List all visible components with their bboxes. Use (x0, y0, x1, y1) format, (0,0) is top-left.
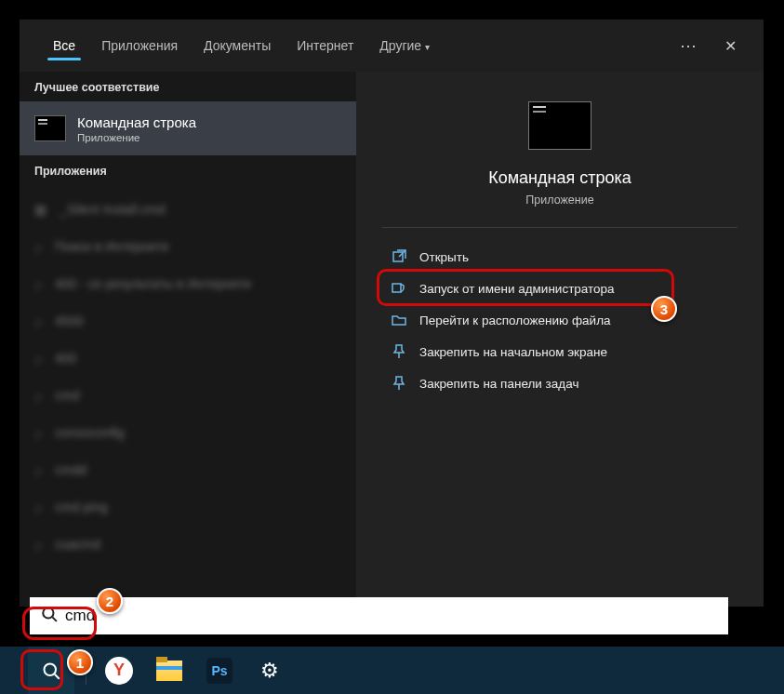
svg-point-2 (43, 607, 53, 618)
action-open[interactable]: Открыть (382, 241, 737, 273)
gear-icon: ⚙ (260, 659, 279, 683)
svg-point-3 (45, 663, 57, 675)
results-panel: Лучшее соответствие Командная строка При… (20, 72, 356, 607)
best-match-header: Лучшее соответствие (20, 72, 356, 101)
action-run-as-admin[interactable]: Запуск от имени администратора (382, 273, 737, 304)
shield-icon (392, 281, 406, 296)
search-icon: ⌕ (34, 388, 42, 403)
apps-header: Приложения (20, 155, 356, 185)
tab-docs[interactable]: Документы (191, 25, 284, 66)
search-icon: ⌕ (34, 314, 42, 328)
tabs-bar: Все Приложения Документы Интернет Другие… (20, 20, 764, 72)
search-icon (41, 606, 58, 626)
file-icon: ▦ (34, 202, 47, 217)
search-icon: ⌕ (34, 239, 42, 254)
annotation-marker-2: 2 (97, 588, 123, 614)
taskbar: Y Ps ⚙ (0, 647, 784, 694)
list-item[interactable]: ⌕consoconfig (20, 414, 356, 451)
dots-icon: ⋯ (680, 37, 698, 54)
cmd-hero-icon (528, 101, 591, 150)
action-pin-taskbar[interactable]: Закрепить на панели задач (382, 367, 737, 399)
list-item[interactable]: ⌕4500 (20, 302, 356, 340)
best-match-title: Командная строка (77, 114, 196, 130)
detail-subtitle: Приложение (525, 194, 593, 207)
tab-apps[interactable]: Приложения (88, 25, 191, 66)
close-button[interactable]: ✕ (710, 25, 751, 66)
tab-all[interactable]: Все (40, 25, 88, 66)
list-item[interactable]: ⌕cmd ping (20, 488, 356, 526)
content-columns: Лучшее соответствие Командная строка При… (20, 72, 764, 607)
taskbar-yandex[interactable]: Y (96, 647, 142, 694)
list-item[interactable]: ⌕cmd (20, 377, 356, 414)
detail-title: Командная строка (488, 168, 631, 188)
search-box[interactable] (30, 597, 728, 634)
best-match-item[interactable]: Командная строка Приложение (20, 101, 356, 155)
search-icon: ⌕ (34, 537, 42, 552)
search-icon: ⌕ (34, 425, 42, 440)
search-icon: ⌕ (34, 500, 42, 514)
close-icon: ✕ (724, 37, 737, 55)
taskbar-search-button[interactable] (28, 647, 74, 694)
list-item[interactable]: ⌕Поиск в Интернете (20, 228, 356, 265)
cmd-icon (34, 115, 66, 141)
folder-icon (392, 313, 406, 327)
taskbar-photoshop[interactable]: Ps (196, 647, 243, 694)
yandex-icon: Y (105, 657, 133, 685)
list-item[interactable]: ▦_Silent Install.cmd (20, 191, 356, 228)
search-icon: ⌕ (34, 351, 42, 366)
tab-other[interactable]: Другие▾ (366, 25, 443, 66)
list-item[interactable]: ⌕400 (20, 340, 356, 377)
list-item[interactable]: ⌕cuacmd (20, 526, 356, 563)
search-input[interactable] (65, 607, 717, 625)
taskbar-explorer[interactable] (146, 647, 193, 694)
svg-rect-1 (392, 284, 401, 292)
taskbar-settings[interactable]: ⚙ (246, 647, 293, 694)
photoshop-icon: Ps (206, 658, 233, 684)
more-button[interactable]: ⋯ (669, 25, 710, 66)
apps-list: ▦_Silent Install.cmd ⌕Поиск в Интернете … (20, 185, 356, 607)
list-item[interactable]: ⌕cmdd (20, 451, 356, 488)
action-pin-start[interactable]: Закрепить на начальном экране (382, 336, 737, 367)
explorer-icon (156, 661, 182, 681)
list-item[interactable]: ⌕400 - се результаты в Интернете (20, 265, 356, 302)
search-icon (42, 661, 60, 680)
best-match-subtitle: Приложение (77, 132, 196, 143)
pin-icon (392, 344, 406, 359)
open-icon (392, 249, 406, 264)
chevron-down-icon: ▾ (425, 42, 430, 52)
tab-internet[interactable]: Интернет (284, 25, 366, 66)
annotation-marker-3: 3 (651, 296, 677, 322)
action-open-location[interactable]: Перейти к расположению файла (382, 304, 737, 336)
detail-panel: Командная строка Приложение Открыть Запу… (356, 72, 764, 607)
search-icon: ⌕ (34, 462, 42, 477)
annotation-marker-1: 1 (67, 649, 93, 675)
divider (382, 227, 737, 228)
search-icon: ⌕ (34, 276, 42, 291)
actions-list: Открыть Запуск от имени администратора П… (382, 241, 737, 399)
pin-icon (392, 376, 406, 391)
